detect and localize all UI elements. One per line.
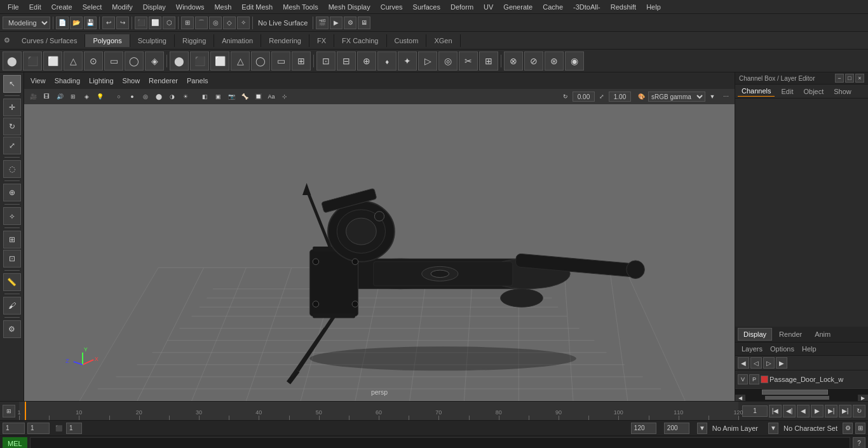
shelf-platonic[interactable]: ◈ — [145, 51, 164, 71]
layer-visibility-btn[interactable]: V — [738, 374, 748, 384]
shelf-cylinder[interactable]: ⬜ — [43, 51, 62, 71]
layers-prev-btn[interactable]: ◀ — [738, 357, 749, 369]
vp-gamma-select[interactable]: sRGB gamma — [648, 92, 705, 102]
vp-grid-btn[interactable]: ⊞ — [67, 91, 79, 102]
disp-tab-render[interactable]: Render — [773, 328, 808, 341]
snap-align-btn[interactable]: ⊞ — [3, 231, 21, 248]
layers-next-btn[interactable]: ▷ — [763, 357, 775, 369]
vp-film-btn[interactable]: 🎞 — [40, 91, 53, 102]
tab-edit[interactable]: Edit — [777, 86, 797, 97]
vp-menu-lighting[interactable]: Lighting — [85, 76, 118, 86]
current-frame-input[interactable] — [742, 405, 768, 417]
vp-shaded2-btn[interactable]: ◑ — [166, 91, 179, 102]
max-frame-input[interactable] — [664, 423, 689, 434]
tab-rigging[interactable]: Rigging — [175, 34, 214, 47]
vp-cam2-btn[interactable]: 📷 — [225, 91, 238, 102]
layers-menu-options[interactable]: Options — [768, 344, 797, 354]
shelf-bevel[interactable]: ⬧ — [377, 51, 397, 71]
vp-wireframe-btn[interactable]: ◈ — [80, 91, 93, 102]
shelf-plane2[interactable]: ▭ — [271, 51, 290, 71]
vp-shaded-btn[interactable]: ● — [126, 91, 139, 102]
cmd-input-field[interactable] — [30, 437, 850, 449]
lasso-select-btn[interactable]: ⟡ — [3, 207, 21, 225]
tab-animation[interactable]: Animation — [214, 34, 261, 47]
vp-res-btn[interactable]: 🔲 — [252, 91, 264, 102]
tab-custom[interactable]: Custom — [387, 34, 427, 47]
menu-help[interactable]: Help — [641, 2, 666, 12]
vp-coord-y[interactable] — [609, 92, 631, 102]
shelf-circularize[interactable]: ◎ — [438, 51, 458, 71]
char-set-arrow[interactable]: ▼ — [768, 423, 778, 434]
shelf-connect[interactable]: ⊞ — [479, 51, 498, 71]
render-btn[interactable]: 🎬 — [316, 17, 329, 29]
shelf-cylinder2[interactable]: ⬜ — [210, 51, 229, 71]
tab-gear[interactable]: ⚙ — [0, 34, 14, 47]
menu-file[interactable]: File — [3, 2, 24, 12]
layers-menu-help[interactable]: Help — [799, 344, 819, 354]
select-mode-btn[interactable]: ⬜ — [149, 17, 161, 29]
vp-rig-btn[interactable]: 🦴 — [238, 91, 251, 102]
vp-extra-btn[interactable]: ⊹ — [278, 91, 291, 102]
layers-menu-layers[interactable]: Layers — [739, 344, 765, 354]
rp-maximize-btn[interactable]: □ — [845, 74, 854, 83]
rp-scroll-right-btn[interactable]: ▶ — [858, 395, 868, 401]
soft-select-btn[interactable]: ◌ — [3, 160, 21, 178]
anim-layer-arrow[interactable]: ▼ — [697, 423, 707, 434]
workspace-select[interactable]: Modeling — [3, 17, 50, 29]
render-settings-btn[interactable]: ⚙ — [344, 17, 356, 29]
shelf-poke[interactable]: ✦ — [398, 51, 417, 71]
cmd-help-btn[interactable]: ? — [853, 437, 865, 449]
lasso-btn[interactable]: ⬡ — [163, 17, 175, 29]
show-manip-btn[interactable]: ⊕ — [3, 184, 21, 201]
menu-mesh-tools[interactable]: Mesh Tools — [278, 2, 323, 12]
char-set-btn2[interactable]: ⊞ — [855, 423, 865, 434]
menu-select[interactable]: Select — [78, 2, 107, 12]
snap-grid-btn[interactable]: ⊞ — [181, 17, 194, 29]
frame-start-input[interactable] — [3, 423, 25, 434]
layer-playback-btn[interactable]: P — [749, 374, 759, 384]
menu-surfaces[interactable]: Surfaces — [408, 2, 445, 12]
menu-modify[interactable]: Modify — [107, 2, 137, 12]
viewport[interactable]: View Shading Lighting Show Renderer Pane… — [24, 72, 735, 401]
quick-rig-btn[interactable]: ⚙ — [3, 320, 21, 338]
shelf-smooth[interactable]: ◉ — [565, 51, 584, 71]
scroll-thumb[interactable] — [762, 390, 829, 395]
shelf-split[interactable]: ✂ — [459, 51, 478, 71]
vp-hud-btn[interactable]: ▣ — [212, 91, 224, 102]
tab-object[interactable]: Object — [799, 86, 827, 97]
shelf-disc2[interactable]: ◯ — [251, 51, 270, 71]
transport-start-btn[interactable]: |◀ — [769, 405, 782, 417]
shelf-cone2[interactable]: △ — [231, 51, 250, 71]
menu-redshift[interactable]: Redshift — [606, 2, 641, 12]
transport-back-btn[interactable]: ◀ — [797, 405, 810, 417]
shelf-plane[interactable]: ▭ — [104, 51, 123, 71]
tab-fx[interactable]: FX — [309, 34, 334, 47]
tab-channels[interactable]: Channels — [738, 86, 775, 97]
vp-menu-shading[interactable]: Shading — [51, 76, 84, 86]
paint-btn[interactable]: 🖌 — [3, 297, 21, 315]
transport-loop-btn[interactable]: ↻ — [853, 405, 865, 417]
tab-polygons[interactable]: Polygons — [85, 34, 130, 47]
rotate-tool-btn[interactable]: ↻ — [3, 118, 21, 135]
menu-create[interactable]: Create — [46, 2, 78, 12]
shelf-cone[interactable]: △ — [64, 51, 83, 71]
shelf-boolean[interactable]: ⊛ — [545, 51, 564, 71]
layer-color-swatch[interactable] — [761, 376, 768, 383]
snap-curve-btn[interactable]: ⌒ — [195, 17, 208, 29]
shelf-sphere[interactable]: ⬤ — [3, 51, 22, 71]
menu-curves[interactable]: Curves — [376, 2, 408, 12]
scale-tool-btn[interactable]: ⤢ — [3, 137, 21, 154]
new-scene-btn[interactable]: 📄 — [56, 17, 69, 29]
vp-aa-btn[interactable]: Aa — [265, 91, 278, 102]
tab-curves-surfaces[interactable]: Curves / Surfaces — [14, 34, 85, 47]
display-render-btn[interactable]: 🖥 — [358, 17, 370, 29]
redo-btn[interactable]: ↪ — [116, 17, 129, 29]
vp-camera-btn[interactable]: 🎥 — [27, 91, 39, 102]
layers-scrollbar[interactable] — [735, 388, 868, 395]
vp-isolate-btn[interactable]: ◧ — [198, 91, 211, 102]
cmd-type-btn[interactable]: MEL — [3, 437, 27, 449]
vp-smooth-btn[interactable]: ⬤ — [153, 91, 165, 102]
timeline-current-frame[interactable] — [25, 402, 26, 421]
menu-generate[interactable]: Generate — [498, 2, 538, 12]
save-scene-btn[interactable]: 💾 — [84, 17, 97, 29]
